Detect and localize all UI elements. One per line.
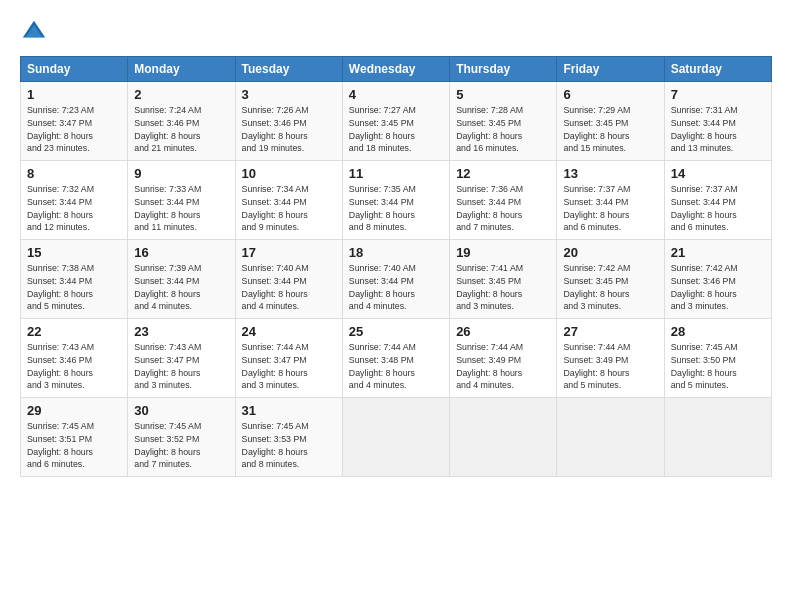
- calendar-day-cell: 2Sunrise: 7:24 AMSunset: 3:46 PMDaylight…: [128, 82, 235, 161]
- day-info: Sunrise: 7:28 AMSunset: 3:45 PMDaylight:…: [456, 104, 550, 155]
- day-number: 21: [671, 245, 765, 260]
- weekday-header: Sunday: [21, 57, 128, 82]
- calendar-day-cell: 12Sunrise: 7:36 AMSunset: 3:44 PMDayligh…: [450, 161, 557, 240]
- weekday-header: Wednesday: [342, 57, 449, 82]
- weekday-header: Saturday: [664, 57, 771, 82]
- day-number: 12: [456, 166, 550, 181]
- day-info: Sunrise: 7:40 AMSunset: 3:44 PMDaylight:…: [242, 262, 336, 313]
- day-info: Sunrise: 7:41 AMSunset: 3:45 PMDaylight:…: [456, 262, 550, 313]
- calendar-day-cell: [557, 398, 664, 477]
- logo: [20, 18, 52, 46]
- calendar-day-cell: [450, 398, 557, 477]
- day-number: 15: [27, 245, 121, 260]
- day-number: 3: [242, 87, 336, 102]
- calendar-day-cell: 9Sunrise: 7:33 AMSunset: 3:44 PMDaylight…: [128, 161, 235, 240]
- day-info: Sunrise: 7:39 AMSunset: 3:44 PMDaylight:…: [134, 262, 228, 313]
- day-info: Sunrise: 7:45 AMSunset: 3:51 PMDaylight:…: [27, 420, 121, 471]
- calendar-day-cell: 14Sunrise: 7:37 AMSunset: 3:44 PMDayligh…: [664, 161, 771, 240]
- day-info: Sunrise: 7:42 AMSunset: 3:45 PMDaylight:…: [563, 262, 657, 313]
- calendar-day-cell: 20Sunrise: 7:42 AMSunset: 3:45 PMDayligh…: [557, 240, 664, 319]
- day-number: 10: [242, 166, 336, 181]
- day-info: Sunrise: 7:45 AMSunset: 3:50 PMDaylight:…: [671, 341, 765, 392]
- calendar-day-cell: 24Sunrise: 7:44 AMSunset: 3:47 PMDayligh…: [235, 319, 342, 398]
- calendar-header: SundayMondayTuesdayWednesdayThursdayFrid…: [21, 57, 772, 82]
- day-info: Sunrise: 7:23 AMSunset: 3:47 PMDaylight:…: [27, 104, 121, 155]
- day-number: 11: [349, 166, 443, 181]
- day-number: 19: [456, 245, 550, 260]
- calendar-week-row: 29Sunrise: 7:45 AMSunset: 3:51 PMDayligh…: [21, 398, 772, 477]
- day-number: 27: [563, 324, 657, 339]
- day-info: Sunrise: 7:24 AMSunset: 3:46 PMDaylight:…: [134, 104, 228, 155]
- calendar-day-cell: 11Sunrise: 7:35 AMSunset: 3:44 PMDayligh…: [342, 161, 449, 240]
- day-number: 13: [563, 166, 657, 181]
- calendar-day-cell: [664, 398, 771, 477]
- day-number: 6: [563, 87, 657, 102]
- calendar-day-cell: 28Sunrise: 7:45 AMSunset: 3:50 PMDayligh…: [664, 319, 771, 398]
- day-info: Sunrise: 7:29 AMSunset: 3:45 PMDaylight:…: [563, 104, 657, 155]
- calendar-week-row: 1Sunrise: 7:23 AMSunset: 3:47 PMDaylight…: [21, 82, 772, 161]
- day-number: 9: [134, 166, 228, 181]
- day-info: Sunrise: 7:43 AMSunset: 3:47 PMDaylight:…: [134, 341, 228, 392]
- day-number: 18: [349, 245, 443, 260]
- calendar-day-cell: 19Sunrise: 7:41 AMSunset: 3:45 PMDayligh…: [450, 240, 557, 319]
- calendar-week-row: 15Sunrise: 7:38 AMSunset: 3:44 PMDayligh…: [21, 240, 772, 319]
- day-info: Sunrise: 7:26 AMSunset: 3:46 PMDaylight:…: [242, 104, 336, 155]
- day-number: 22: [27, 324, 121, 339]
- logo-icon: [20, 18, 48, 46]
- day-info: Sunrise: 7:27 AMSunset: 3:45 PMDaylight:…: [349, 104, 443, 155]
- day-info: Sunrise: 7:32 AMSunset: 3:44 PMDaylight:…: [27, 183, 121, 234]
- calendar-day-cell: 4Sunrise: 7:27 AMSunset: 3:45 PMDaylight…: [342, 82, 449, 161]
- calendar-day-cell: 21Sunrise: 7:42 AMSunset: 3:46 PMDayligh…: [664, 240, 771, 319]
- day-info: Sunrise: 7:34 AMSunset: 3:44 PMDaylight:…: [242, 183, 336, 234]
- day-info: Sunrise: 7:37 AMSunset: 3:44 PMDaylight:…: [671, 183, 765, 234]
- day-info: Sunrise: 7:36 AMSunset: 3:44 PMDaylight:…: [456, 183, 550, 234]
- day-number: 7: [671, 87, 765, 102]
- calendar-day-cell: 3Sunrise: 7:26 AMSunset: 3:46 PMDaylight…: [235, 82, 342, 161]
- day-info: Sunrise: 7:44 AMSunset: 3:48 PMDaylight:…: [349, 341, 443, 392]
- calendar-day-cell: 22Sunrise: 7:43 AMSunset: 3:46 PMDayligh…: [21, 319, 128, 398]
- day-info: Sunrise: 7:44 AMSunset: 3:49 PMDaylight:…: [563, 341, 657, 392]
- day-info: Sunrise: 7:33 AMSunset: 3:44 PMDaylight:…: [134, 183, 228, 234]
- calendar-day-cell: 17Sunrise: 7:40 AMSunset: 3:44 PMDayligh…: [235, 240, 342, 319]
- calendar-day-cell: 29Sunrise: 7:45 AMSunset: 3:51 PMDayligh…: [21, 398, 128, 477]
- calendar-week-row: 22Sunrise: 7:43 AMSunset: 3:46 PMDayligh…: [21, 319, 772, 398]
- day-number: 25: [349, 324, 443, 339]
- day-number: 16: [134, 245, 228, 260]
- day-info: Sunrise: 7:38 AMSunset: 3:44 PMDaylight:…: [27, 262, 121, 313]
- day-number: 31: [242, 403, 336, 418]
- day-info: Sunrise: 7:42 AMSunset: 3:46 PMDaylight:…: [671, 262, 765, 313]
- calendar-day-cell: 18Sunrise: 7:40 AMSunset: 3:44 PMDayligh…: [342, 240, 449, 319]
- weekday-header: Monday: [128, 57, 235, 82]
- day-info: Sunrise: 7:44 AMSunset: 3:47 PMDaylight:…: [242, 341, 336, 392]
- day-info: Sunrise: 7:31 AMSunset: 3:44 PMDaylight:…: [671, 104, 765, 155]
- day-info: Sunrise: 7:40 AMSunset: 3:44 PMDaylight:…: [349, 262, 443, 313]
- day-number: 14: [671, 166, 765, 181]
- day-number: 26: [456, 324, 550, 339]
- calendar-day-cell: 23Sunrise: 7:43 AMSunset: 3:47 PMDayligh…: [128, 319, 235, 398]
- calendar-table: SundayMondayTuesdayWednesdayThursdayFrid…: [20, 56, 772, 477]
- calendar-day-cell: 15Sunrise: 7:38 AMSunset: 3:44 PMDayligh…: [21, 240, 128, 319]
- day-info: Sunrise: 7:35 AMSunset: 3:44 PMDaylight:…: [349, 183, 443, 234]
- day-number: 17: [242, 245, 336, 260]
- calendar-day-cell: 16Sunrise: 7:39 AMSunset: 3:44 PMDayligh…: [128, 240, 235, 319]
- day-number: 4: [349, 87, 443, 102]
- calendar-day-cell: 30Sunrise: 7:45 AMSunset: 3:52 PMDayligh…: [128, 398, 235, 477]
- calendar-day-cell: 5Sunrise: 7:28 AMSunset: 3:45 PMDaylight…: [450, 82, 557, 161]
- day-number: 29: [27, 403, 121, 418]
- day-number: 20: [563, 245, 657, 260]
- calendar-day-cell: 13Sunrise: 7:37 AMSunset: 3:44 PMDayligh…: [557, 161, 664, 240]
- calendar-day-cell: 7Sunrise: 7:31 AMSunset: 3:44 PMDaylight…: [664, 82, 771, 161]
- calendar-day-cell: 25Sunrise: 7:44 AMSunset: 3:48 PMDayligh…: [342, 319, 449, 398]
- day-number: 1: [27, 87, 121, 102]
- day-info: Sunrise: 7:37 AMSunset: 3:44 PMDaylight:…: [563, 183, 657, 234]
- calendar-day-cell: 8Sunrise: 7:32 AMSunset: 3:44 PMDaylight…: [21, 161, 128, 240]
- weekday-header: Friday: [557, 57, 664, 82]
- weekday-header: Thursday: [450, 57, 557, 82]
- day-info: Sunrise: 7:45 AMSunset: 3:53 PMDaylight:…: [242, 420, 336, 471]
- weekday-header: Tuesday: [235, 57, 342, 82]
- day-number: 2: [134, 87, 228, 102]
- day-number: 5: [456, 87, 550, 102]
- day-number: 24: [242, 324, 336, 339]
- day-info: Sunrise: 7:43 AMSunset: 3:46 PMDaylight:…: [27, 341, 121, 392]
- calendar-day-cell: 6Sunrise: 7:29 AMSunset: 3:45 PMDaylight…: [557, 82, 664, 161]
